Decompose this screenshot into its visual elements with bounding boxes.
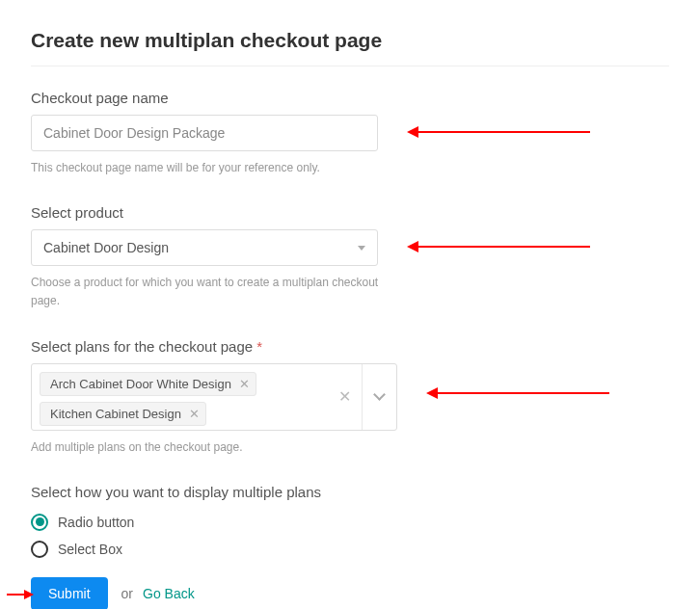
annotation-arrow	[417, 246, 590, 248]
radio-label-text: Radio button	[58, 515, 134, 530]
annotation-arrow	[7, 594, 26, 596]
name-label: Checkout page name	[31, 90, 669, 106]
go-back-link[interactable]: Go Back	[143, 586, 195, 601]
name-help: This checkout page name will be for your…	[31, 159, 397, 177]
actions-row: Submit or Go Back	[31, 577, 669, 609]
clear-all-icon[interactable]: ✕	[327, 364, 362, 430]
tag-remove-icon[interactable]: ✕	[189, 408, 200, 420]
field-group-display: Select how you want to display multiple …	[31, 484, 669, 558]
product-value: Cabinet Door Design	[43, 240, 169, 255]
tags-area: Arch Cabinet Door White Design ✕ Kitchen…	[32, 364, 327, 430]
plans-help: Add multiple plans on the checkout page.	[31, 438, 397, 457]
plans-label: Select plans for the checkout page *	[31, 338, 669, 355]
plans-multiselect[interactable]: Arch Cabinet Door White Design ✕ Kitchen…	[31, 363, 397, 431]
radio-label-text: Select Box	[58, 542, 122, 557]
radio-option-radio-button[interactable]: Radio button	[31, 514, 669, 531]
field-group-product: Select product Cabinet Door Design Choos…	[31, 204, 669, 310]
multiselect-toggle[interactable]	[362, 364, 396, 430]
display-label: Select how you want to display multiple …	[31, 484, 669, 500]
chevron-down-icon	[373, 388, 386, 401]
plan-tag: Arch Cabinet Door White Design ✕	[40, 372, 256, 396]
field-group-plans: Select plans for the checkout page * Arc…	[31, 338, 669, 457]
required-mark: *	[256, 338, 262, 355]
radio-option-select-box[interactable]: Select Box	[31, 541, 669, 558]
submit-button[interactable]: Submit	[31, 577, 108, 609]
product-label: Select product	[31, 204, 669, 221]
radio-icon	[31, 541, 48, 558]
annotation-arrow	[436, 392, 609, 394]
field-group-name: Checkout page name This checkout page na…	[31, 90, 669, 177]
or-text: or	[121, 586, 133, 601]
caret-down-icon	[358, 246, 365, 251]
page-title: Create new multiplan checkout page	[31, 29, 669, 66]
annotation-arrow	[417, 131, 590, 133]
plan-tag: Kitchen Cabinet Design ✕	[40, 402, 206, 426]
tag-remove-icon[interactable]: ✕	[239, 378, 250, 390]
name-input[interactable]	[31, 115, 378, 151]
radio-icon	[31, 514, 48, 531]
product-help: Choose a product for which you want to c…	[31, 274, 397, 310]
product-select[interactable]: Cabinet Door Design	[31, 229, 378, 266]
